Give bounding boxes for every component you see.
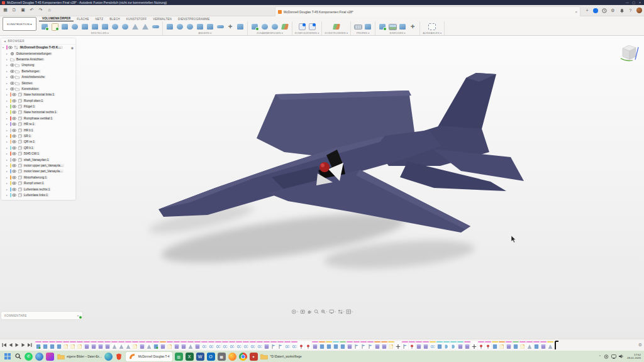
expand-arrow-icon[interactable]: ▸: [6, 182, 9, 185]
taskbar-item-word[interactable]: W: [196, 353, 204, 361]
expand-arrow-icon[interactable]: ▸: [6, 194, 9, 197]
undo-icon[interactable]: ↶: [28, 6, 35, 13]
timeline-feature-icon[interactable]: [70, 341, 76, 349]
add-comment-button[interactable]: +: [77, 314, 79, 317]
revolve-icon[interactable]: [70, 23, 79, 31]
timeline-feature-icon[interactable]: [526, 341, 533, 349]
chamfer-icon[interactable]: [186, 23, 194, 31]
timeline-feature-icon[interactable]: [519, 341, 526, 349]
measure-icon[interactable]: [353, 23, 362, 31]
job-status-icon[interactable]: [593, 8, 598, 13]
timeline-feature-icon[interactable]: [118, 341, 125, 349]
timeline-feature-icon[interactable]: [533, 341, 540, 349]
timeline-feature-icon[interactable]: [360, 341, 367, 349]
look-at-icon[interactable]: [300, 309, 305, 314]
browser-component-item[interactable]: ▸motor lower part_Varsayıla...: [1, 168, 75, 174]
bell-icon[interactable]: [619, 8, 625, 13]
new-component-icon[interactable]: [40, 23, 49, 31]
timeline-feature-icon[interactable]: [457, 341, 464, 349]
insert-mesh-icon[interactable]: [398, 23, 407, 31]
taskbar-item-brave[interactable]: [115, 353, 123, 361]
close-button[interactable]: ×: [638, 0, 642, 5]
timeline-feature-icon[interactable]: [104, 341, 111, 349]
browser-folder-item[interactable]: ▸Beziehungen: [1, 69, 75, 74]
select-icon[interactable]: [428, 23, 436, 31]
expand-arrow-icon[interactable]: ▸: [6, 93, 9, 96]
browser-component-item[interactable]: ▸5045 CW:1: [1, 151, 75, 156]
model-viewport[interactable]: ◀ BROWSER ▾McDonnell Douglas T-45 Ko...◉…: [0, 36, 644, 341]
pipe-icon[interactable]: [151, 23, 160, 31]
timeline-feature-icon[interactable]: [436, 341, 443, 349]
timeline-feature-icon[interactable]: [374, 341, 380, 349]
browser-component-item[interactable]: ▸Lufteinlass rechts:1: [1, 186, 75, 192]
taskbar-item-green-app[interactable]: ▥: [175, 353, 183, 361]
skip-start-button[interactable]: [2, 343, 7, 348]
comments-bar[interactable]: KOMMENTARE +: [1, 312, 82, 319]
view-cube[interactable]: [618, 41, 640, 69]
timeline-feature-icon[interactable]: [139, 341, 145, 349]
taskbar-item-search[interactable]: [14, 353, 22, 361]
expand-arrow-icon[interactable]: ▸: [6, 176, 9, 179]
timeline-feature-icon[interactable]: [430, 341, 436, 349]
browser-header[interactable]: ◀ BROWSER: [1, 38, 75, 45]
taskbar-item-browser-blue[interactable]: [35, 353, 43, 361]
taskbar-item-red-app[interactable]: ✦: [250, 353, 258, 361]
coil-icon[interactable]: [131, 23, 140, 31]
timeline-feature-icon[interactable]: [236, 341, 242, 349]
viewports-icon[interactable]: ▾: [346, 309, 353, 314]
timeline-feature-icon[interactable]: [506, 341, 512, 349]
timeline-feature-icon[interactable]: [201, 341, 208, 349]
timeline-feature-icon[interactable]: [388, 341, 394, 349]
help-icon[interactable]: ?: [628, 8, 633, 13]
browser-component-item[interactable]: ▸SR:1: [1, 133, 75, 139]
timeline-feature-icon[interactable]: [319, 341, 325, 349]
insert-move-icon[interactable]: ✛: [408, 23, 417, 31]
browser-component-item[interactable]: ▸QR li:1: [1, 145, 75, 151]
tab-volumenkörper[interactable]: VOLUMENKÖRPER: [39, 17, 74, 21]
timeline-feature-icon[interactable]: [49, 341, 55, 349]
timeline-feature-icon[interactable]: [194, 341, 201, 349]
taskbar-item-explorer[interactable]: *D:\Daten\_works\fliege: [260, 353, 302, 361]
browser-component-item[interactable]: ▸QR re:1: [1, 139, 75, 145]
timeline-feature-icon[interactable]: [291, 341, 297, 349]
pyramid-icon[interactable]: [141, 23, 150, 31]
timeline-feature-icon[interactable]: [42, 341, 48, 349]
redo-icon[interactable]: ↷: [37, 6, 44, 13]
combine-icon[interactable]: [206, 23, 214, 31]
timeline-feature-icon[interactable]: [222, 341, 228, 349]
browser-component-item[interactable]: ▸Lufteinlass links:1: [1, 192, 75, 198]
timeline-feature-icon[interactable]: [443, 341, 450, 349]
joint-icon[interactable]: [260, 23, 269, 31]
timeline-feature-icon[interactable]: [333, 341, 339, 349]
as-built-joint-icon[interactable]: [270, 23, 279, 31]
cylinder-icon[interactable]: [111, 23, 119, 31]
browser-component-item[interactable]: ▸Nase horizontal links:1: [1, 92, 75, 97]
timeline-feature-icon[interactable]: [208, 341, 214, 349]
pattern-icon[interactable]: [91, 23, 99, 31]
avatar[interactable]: [636, 8, 642, 13]
canvas-icon[interactable]: [388, 23, 397, 31]
timeline-feature-icon[interactable]: [56, 341, 62, 349]
timeline-feature-icon[interactable]: [423, 341, 429, 349]
timeline-feature-icon[interactable]: [187, 341, 194, 349]
browser-component-item[interactable]: ▸shaft_Varsayılan:1: [1, 156, 75, 162]
timeline-feature-icon[interactable]: [97, 341, 104, 349]
timeline-feature-icon[interactable]: [499, 341, 505, 349]
expand-arrow-icon[interactable]: ▸: [6, 111, 9, 114]
timeline-feature-icon[interactable]: [270, 341, 277, 349]
timeline-feature-icon[interactable]: [464, 341, 470, 349]
collapse-icon[interactable]: ◀: [4, 40, 6, 43]
extensions-icon[interactable]: ⌂: [46, 6, 53, 13]
browser-component-item[interactable]: ▸Rumpf oben:1: [1, 98, 75, 104]
expand-arrow-icon[interactable]: ▸: [6, 164, 9, 167]
taskbar-item-excel[interactable]: X: [186, 353, 194, 361]
timeline-feature-icon[interactable]: [132, 341, 138, 349]
browser-component-item[interactable]: ▸Flügel:1: [1, 104, 75, 109]
timeline-feature-icon[interactable]: [160, 341, 166, 349]
expand-arrow-icon[interactable]: ▾: [3, 46, 5, 49]
press-pull-icon[interactable]: [165, 23, 174, 31]
expand-arrow-icon[interactable]: ▸: [6, 63, 9, 67]
timeline-feature-icon[interactable]: [243, 341, 249, 349]
browser-component-item[interactable]: ▸Motorhalterung:1: [1, 175, 75, 180]
expand-arrow-icon[interactable]: ▸: [6, 188, 9, 191]
